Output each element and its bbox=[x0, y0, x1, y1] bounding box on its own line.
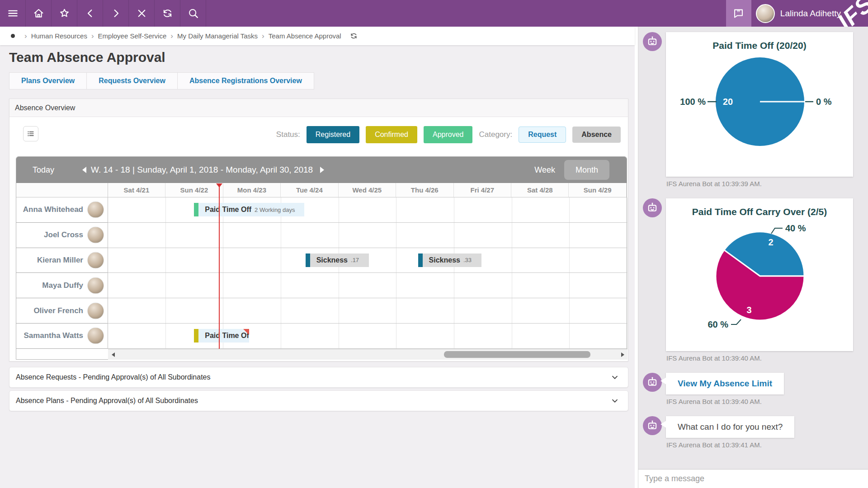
breadcrumb-refresh-button[interactable] bbox=[349, 32, 358, 40]
chevron-right-icon: › bbox=[91, 32, 94, 40]
prev-period-button[interactable] bbox=[82, 167, 86, 173]
user-avatar[interactable] bbox=[756, 4, 775, 23]
week-button[interactable]: Week bbox=[534, 165, 555, 175]
calendar-toolbar: TodayW. 14 - 18 | Sunday, April 1, 2018 … bbox=[16, 157, 627, 183]
event-sickness[interactable]: Sickness.33 bbox=[418, 253, 481, 267]
chevron-down-icon[interactable] bbox=[610, 396, 620, 406]
next-period-button[interactable] bbox=[320, 167, 324, 173]
breadcrumb-item-0[interactable]: Human Resources bbox=[31, 32, 87, 40]
toolbar-user-area: ” Lalinda Adihetty bbox=[726, 0, 841, 27]
message-bubble: What can I do for you next? bbox=[666, 416, 794, 438]
bot-avatar bbox=[643, 198, 662, 217]
scroll-thumb[interactable] bbox=[444, 351, 590, 358]
toolbar-close-button[interactable] bbox=[129, 0, 155, 27]
toolbar-refresh-button[interactable] bbox=[155, 0, 180, 27]
chevron-down-icon bbox=[610, 372, 620, 382]
svg-text:60 %: 60 % bbox=[708, 319, 728, 329]
toolbar-search-button[interactable] bbox=[180, 0, 206, 27]
month-button[interactable]: Month bbox=[564, 160, 609, 180]
chevron-down-icon[interactable] bbox=[610, 372, 620, 382]
toolbar-back-button[interactable] bbox=[77, 0, 103, 27]
chevron-down-icon bbox=[610, 396, 620, 406]
resource-name: Kieran Miller bbox=[37, 256, 83, 265]
avatar bbox=[87, 302, 104, 319]
breadcrumb-item-2[interactable]: My Daily Managerial Tasks bbox=[177, 32, 258, 40]
today-button[interactable]: Today bbox=[33, 165, 54, 175]
day-header-cell: Tue 4/24 bbox=[281, 183, 338, 197]
scroll-right-icon bbox=[621, 352, 624, 357]
bot-avatar bbox=[643, 416, 662, 435]
chat-toggle-button[interactable]: ” bbox=[726, 0, 751, 27]
search-icon bbox=[187, 7, 199, 19]
today-marker-icon bbox=[216, 183, 222, 188]
breadcrumb: › Human Resources›Employee Self-Service›… bbox=[0, 27, 635, 45]
status-approved-button[interactable]: Approved bbox=[424, 126, 473, 143]
robot-icon bbox=[646, 419, 659, 432]
chart-card: Paid Time Off Carry Over (2/5)2340 %60 % bbox=[666, 198, 853, 351]
day-header-cell: Sun 4/29 bbox=[569, 183, 626, 197]
event-detail: .17 bbox=[351, 257, 359, 263]
section-absence-requests[interactable]: Absence Requests - Pending Approval(s) o… bbox=[9, 367, 628, 388]
user-name[interactable]: Lalinda Adihetty bbox=[780, 9, 841, 19]
tab-plans-overview[interactable]: Plans Overview bbox=[9, 72, 87, 89]
pie-chart: 100 %200 % bbox=[666, 51, 853, 161]
status-registered-button[interactable]: Registered bbox=[307, 126, 359, 143]
category-request-button[interactable]: Request bbox=[519, 127, 566, 143]
resource-name: Anna Whitehead bbox=[23, 205, 83, 214]
pie-chart: 2340 %60 % bbox=[666, 217, 853, 334]
message-text: What can I do for you next? bbox=[678, 422, 783, 432]
tab-absence-registrations-overview[interactable]: Absence Registrations Overview bbox=[178, 72, 314, 89]
toolbar-home-button[interactable] bbox=[26, 0, 52, 27]
close-icon bbox=[136, 7, 148, 19]
tab-bar: Plans OverviewRequests OverviewAbsence R… bbox=[9, 72, 314, 89]
event-paid-time-off[interactable]: Paid Time Off2 Working days bbox=[194, 203, 304, 216]
chat-message: Paid Time Off Carry Over (2/5)2340 %60 %… bbox=[638, 198, 868, 362]
resource-header-cell bbox=[16, 183, 108, 197]
chat-message-list: Paid Time Off (20/20)100 %200 %IFS Auren… bbox=[638, 32, 868, 460]
event-paid-time-off[interactable]: Paid Time Off bbox=[194, 329, 249, 343]
resource-name: Samantha Watts bbox=[24, 331, 83, 340]
chevron-right-icon: › bbox=[262, 32, 264, 40]
status-confirmed-button[interactable]: Confirmed bbox=[366, 126, 417, 143]
day-header-row: Sat 4/21Sun 4/22Mon 4/23Tue 4/24Wed 4/25… bbox=[16, 183, 627, 197]
avatar bbox=[87, 202, 104, 218]
svg-text:40 %: 40 % bbox=[785, 223, 806, 233]
chat-message: View My Absence LimitIFS Aurena Bot at 1… bbox=[638, 373, 868, 405]
calendar-scrollbar bbox=[108, 349, 627, 360]
main-content: Team Absence Approval Plans OverviewRequ… bbox=[0, 45, 635, 488]
breadcrumb-item-1[interactable]: Employee Self-Service bbox=[98, 32, 167, 40]
quick-link[interactable]: View My Absence Limit bbox=[678, 379, 772, 388]
tab-requests-overview[interactable]: Requests Overview bbox=[87, 72, 178, 89]
date-range-label: W. 14 - 18 | Sunday, April 1, 2018 - Mon… bbox=[91, 165, 313, 175]
event-sickness[interactable]: Sickness.17 bbox=[306, 253, 369, 267]
toolbar-menu-button[interactable] bbox=[0, 0, 26, 27]
timestamp: IFS Aurena Bot at 10:39:40 AM. bbox=[666, 354, 868, 362]
scroll-left-button[interactable] bbox=[109, 349, 117, 360]
category-absence-button[interactable]: Absence bbox=[572, 127, 621, 143]
day-header-cell: Thu 4/26 bbox=[396, 183, 453, 197]
record-dot-icon bbox=[11, 34, 15, 38]
refresh-icon bbox=[161, 7, 174, 19]
svg-text:100 %: 100 % bbox=[680, 97, 706, 107]
day-header-cell: Sun 4/22 bbox=[165, 183, 223, 197]
resource-name: Joel Cross bbox=[44, 230, 83, 239]
home-icon bbox=[33, 7, 45, 19]
chat-bubble-icon: ” bbox=[732, 7, 745, 19]
grid-row-line bbox=[108, 197, 627, 349]
toolbar-forward-button[interactable] bbox=[103, 0, 129, 27]
list-view-button[interactable] bbox=[23, 126, 38, 141]
bot-avatar bbox=[643, 32, 662, 51]
breadcrumb-item-3[interactable]: Team Absence Approval bbox=[269, 32, 341, 40]
calendar: TodayW. 14 - 18 | Sunday, April 1, 2018 … bbox=[16, 156, 627, 360]
svg-text:0 %: 0 % bbox=[816, 97, 832, 107]
event-label: Paid Time Off bbox=[205, 206, 251, 214]
scroll-right-button[interactable] bbox=[618, 349, 627, 360]
panel-title: Absence Overview bbox=[15, 104, 75, 112]
section-absence-plans[interactable]: Absence Plans - Pending Approval(s) of A… bbox=[9, 390, 628, 411]
timestamp: IFS Aurena Bot at 10:39:39 AM. bbox=[666, 180, 868, 188]
toolbar-favorites-button[interactable] bbox=[52, 0, 77, 27]
chat-input[interactable] bbox=[638, 469, 868, 488]
event-status-edge bbox=[418, 253, 423, 267]
calendar-grid: Paid Time Off2 Working daysSickness.17Si… bbox=[108, 197, 627, 349]
back-icon bbox=[84, 7, 96, 19]
